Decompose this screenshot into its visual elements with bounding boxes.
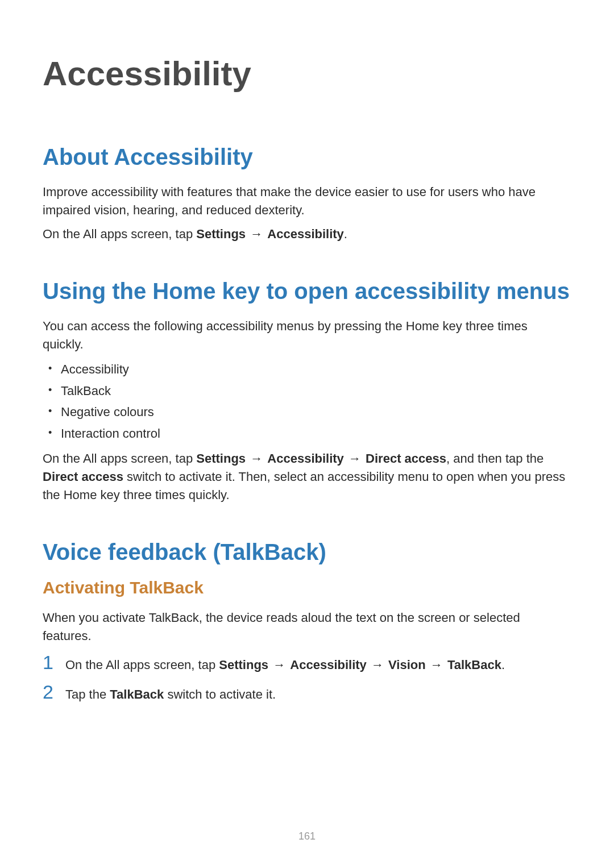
text-fragment: switch to activate it. <box>164 687 276 701</box>
text-fragment: . <box>501 658 505 672</box>
text-fragment: Tap the <box>65 687 110 701</box>
list-item: Interaction control <box>61 423 571 444</box>
about-paragraph-2: On the All apps screen, tap Settings → A… <box>43 225 571 243</box>
section-home-key: Using the Home key to open accessibility… <box>43 277 571 504</box>
bold-talkback: TalkBack <box>447 658 501 672</box>
bold-accessibility: Accessibility <box>267 227 344 241</box>
page-title: Accessibility <box>43 54 571 93</box>
heading-talkback: Voice feedback (TalkBack) <box>43 538 571 566</box>
homekey-paragraph-2: On the All apps screen, tap Settings → A… <box>43 450 571 504</box>
arrow-icon: → <box>426 658 447 672</box>
step-number: 1 <box>43 653 65 672</box>
list-item: Negative colours <box>61 401 571 422</box>
step-item: 1 On the All apps screen, tap Settings →… <box>43 653 571 674</box>
heading-home-key: Using the Home key to open accessibility… <box>43 277 571 305</box>
bullet-list: Accessibility TalkBack Negative colours … <box>43 359 571 444</box>
about-paragraph-1: Improve accessibility with features that… <box>43 183 571 219</box>
arrow-icon: → <box>344 451 366 466</box>
bold-settings: Settings <box>219 658 268 672</box>
bold-vision: Vision <box>388 658 426 672</box>
list-item: TalkBack <box>61 380 571 401</box>
bold-direct-access-switch: Direct access <box>43 470 123 484</box>
arrow-icon: → <box>268 658 290 672</box>
section-about-accessibility: About Accessibility Improve accessibilit… <box>43 143 571 243</box>
step-text: Tap the TalkBack switch to activate it. <box>65 682 276 704</box>
arrow-icon: → <box>246 451 267 466</box>
arrow-icon: → <box>246 227 267 241</box>
text-fragment: On the All apps screen, tap <box>43 227 196 241</box>
bold-settings: Settings <box>196 227 246 241</box>
bold-accessibility: Accessibility <box>267 451 344 466</box>
bold-accessibility: Accessibility <box>290 658 367 672</box>
page-number: 161 <box>0 830 614 842</box>
numbered-steps: 1 On the All apps screen, tap Settings →… <box>43 653 571 704</box>
step-number: 2 <box>43 682 65 701</box>
subheading-activating-talkback: Activating TalkBack <box>43 578 571 597</box>
section-talkback: Voice feedback (TalkBack) Activating Tal… <box>43 538 571 704</box>
text-fragment: . <box>344 227 347 241</box>
text-fragment: On the All apps screen, tap <box>65 658 219 672</box>
arrow-icon: → <box>367 658 388 672</box>
bold-direct-access: Direct access <box>366 451 446 466</box>
text-fragment: , and then tap the <box>446 451 544 466</box>
homekey-paragraph-1: You can access the following accessibili… <box>43 317 571 354</box>
talkback-paragraph-1: When you activate TalkBack, the device r… <box>43 609 571 645</box>
bold-settings: Settings <box>196 451 246 466</box>
step-text: On the All apps screen, tap Settings → A… <box>65 653 505 674</box>
document-page: Accessibility About Accessibility Improv… <box>0 0 614 868</box>
step-item: 2 Tap the TalkBack switch to activate it… <box>43 682 571 704</box>
bold-talkback-switch: TalkBack <box>110 687 164 701</box>
list-item: Accessibility <box>61 359 571 380</box>
heading-about-accessibility: About Accessibility <box>43 143 571 171</box>
text-fragment: On the All apps screen, tap <box>43 451 196 466</box>
